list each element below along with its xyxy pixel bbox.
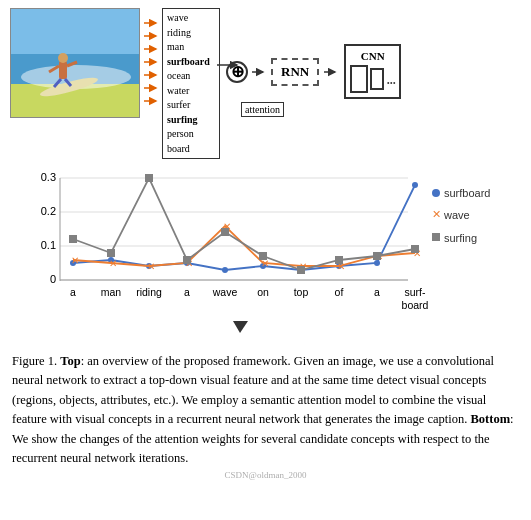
figure-label: Figure 1. [12,354,57,368]
x-label-riding: riding [136,286,162,298]
svg-rect-51 [145,174,153,182]
svg-rect-56 [335,256,343,264]
down-arrow [233,321,248,333]
main-container: wave riding man surfboard ocean water su… [0,0,531,488]
svg-rect-0 [11,9,140,54]
top-section: wave riding man surfboard ocean water su… [10,8,521,159]
svg-text:✕: ✕ [109,258,117,269]
svg-point-39 [412,182,418,188]
word-water: water [167,84,189,99]
svg-rect-50 [107,249,115,257]
feed-arrows [142,8,160,118]
cnn-label: CNN [361,50,385,62]
cnn-blocks: ... [350,65,395,93]
x-label-a2: a [184,286,190,298]
legend-label-surfing: surfing [444,232,477,244]
x-label-man: man [101,286,122,298]
word-surfboard: surfboard [167,55,210,70]
svg-rect-57 [373,252,381,260]
y-label-0: 0 [50,273,56,285]
line-surfing [73,178,415,270]
top-bold: Top [60,354,80,368]
svg-text:✕: ✕ [71,255,79,266]
svg-rect-55 [297,266,305,274]
x-label-surfboard: surf- [405,286,427,298]
word-person: person [167,127,194,142]
word-board: board [167,142,190,157]
y-label-02: 0.2 [41,205,56,217]
network-middle: ⊕ RNN [224,8,401,117]
cnn-block-2 [370,68,384,90]
legend-label-wave: wave [443,209,470,221]
legend-x-wave: ✕ [432,208,441,220]
legend-label-surfboard: surfboard [444,187,490,199]
x-label-wave: wave [212,286,238,298]
svg-rect-58 [411,245,419,253]
sq-surfing-0 [69,235,77,243]
bottom-bold: Bottom [471,412,511,426]
attention-label: attention [241,102,284,117]
cnn-section: CNN ... [344,44,401,99]
surf-image [10,8,140,118]
dots: ... [386,70,395,88]
word-ocean: ocean [167,69,190,84]
svg-rect-5 [59,61,67,79]
y-label-03: 0.3 [41,171,56,183]
chart-section: 0.3 0.2 0.1 0 [10,163,521,348]
svg-rect-52 [183,256,191,264]
x-label-top: top [294,286,309,298]
rnn-row: ⊕ RNN [224,44,401,99]
watermark: CSDN@oldman_2000 [10,470,521,480]
svg-rect-54 [259,252,267,260]
word-man: man [167,40,184,55]
y-label-01: 0.1 [41,239,56,251]
rnn-box: RNN [271,58,319,86]
legend-sq-surfing [432,233,440,241]
word-surfing: surfing [167,113,198,128]
word-wave: wave [167,11,188,26]
svg-point-34 [222,267,228,273]
caption: Figure 1. Top: an overview of the propos… [10,352,521,468]
rnn-label: RNN [281,64,309,80]
word-list-box: wave riding man surfboard ocean water su… [162,8,220,159]
x-label-a3: a [374,286,380,298]
attention-area: attention [241,101,284,117]
top-text: : an overview of the proposed framework.… [12,354,494,426]
cnn-block-1 [350,65,368,93]
svg-text:✕: ✕ [147,261,155,272]
legend-dot-surfboard [432,189,440,197]
x-label-a1: a [70,286,76,298]
svg-rect-53 [221,228,229,236]
word-surfer: surfer [167,98,190,113]
x-label-on: on [257,286,269,298]
chart-svg: 0.3 0.2 0.1 0 [38,163,531,345]
x-label-of: of [335,286,344,298]
word-riding: riding [167,26,191,41]
x-label-surfboard2: board [402,299,429,311]
svg-point-6 [58,53,68,63]
